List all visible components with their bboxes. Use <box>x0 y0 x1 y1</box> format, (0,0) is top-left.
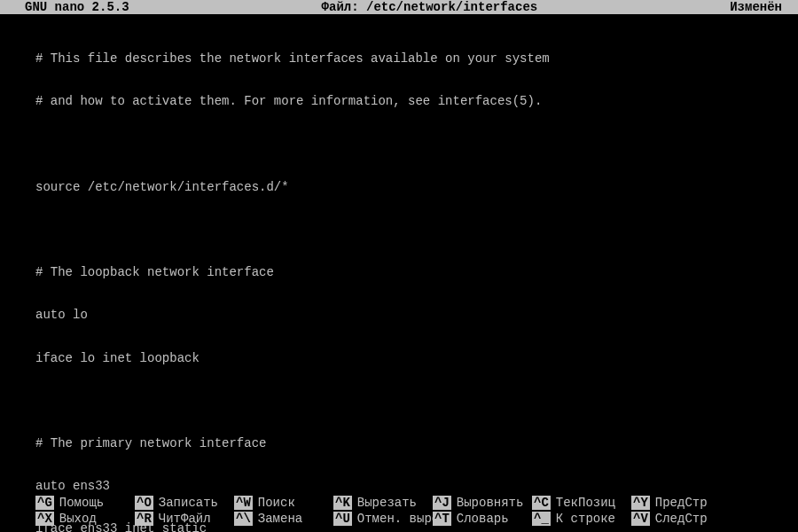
app-version: GNU nano 2.5.3 <box>7 0 129 14</box>
editor-line <box>35 394 763 408</box>
editor-line: auto ens33 <box>35 479 763 493</box>
editor-area[interactable]: # This file describes the network interf… <box>0 14 798 532</box>
shortcut-search[interactable]: ^WПоиск <box>234 496 333 510</box>
file-path: Файл: /etc/network/interfaces <box>129 0 731 14</box>
editor-line <box>35 137 763 152</box>
editor-line: # The loopback network interface <box>35 265 763 279</box>
shortcut-nextpage[interactable]: ^VСледСтр <box>631 512 731 526</box>
shortcut-readfile[interactable]: ^RЧитФайл <box>135 512 234 526</box>
shortcut-justify[interactable]: ^JВыровнять <box>433 496 532 510</box>
editor-line <box>35 223 763 237</box>
shortcut-cut[interactable]: ^KВырезать <box>333 496 433 510</box>
editor-line: # and how to activate them. For more inf… <box>35 94 763 108</box>
shortcut-prevpage[interactable]: ^YПредСтр <box>631 496 731 510</box>
shortcut-help[interactable]: ^GПомощь <box>35 496 135 510</box>
shortcut-replace[interactable]: ^\Замена <box>234 512 333 526</box>
editor-line: auto lo <box>35 308 763 322</box>
modified-indicator: Изменён <box>730 0 791 14</box>
shortcut-row-1: ^GПомощь ^OЗаписать ^WПоиск ^KВырезать ^… <box>35 495 763 511</box>
shortcut-spell[interactable]: ^TСловарь <box>433 512 532 526</box>
editor-line: source /etc/network/interfaces.d/* <box>35 180 763 194</box>
editor-line: # This file describes the network interf… <box>35 51 763 66</box>
shortcut-gotoline[interactable]: ^_К строке <box>532 512 631 526</box>
editor-line: # The primary network interface <box>35 436 763 450</box>
titlebar: GNU nano 2.5.3 Файл: /etc/network/interf… <box>0 0 798 14</box>
shortcut-curpos[interactable]: ^CТекПозиц <box>532 496 631 510</box>
shortcut-exit[interactable]: ^XВыход <box>35 512 135 526</box>
shortcut-row-2: ^XВыход ^RЧитФайл ^\Замена ^UОтмен. выре… <box>35 511 763 527</box>
editor-line: iface lo inet loopback <box>35 351 763 365</box>
shortcut-uncut[interactable]: ^UОтмен. выре <box>333 512 433 526</box>
shortcut-writeout[interactable]: ^OЗаписать <box>135 496 234 510</box>
shortcut-bar: ^GПомощь ^OЗаписать ^WПоиск ^KВырезать ^… <box>35 495 763 527</box>
